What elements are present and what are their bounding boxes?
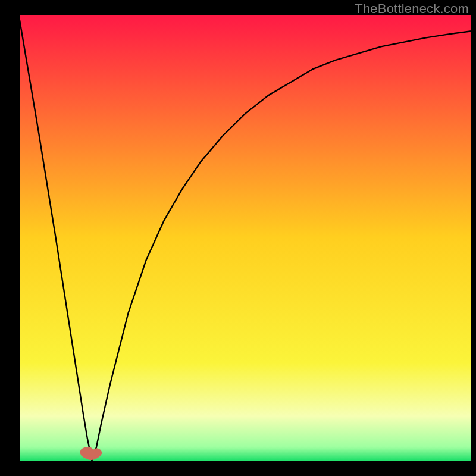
svg-rect-1: [20, 15, 471, 461]
bottleneck-chart: [0, 0, 476, 476]
chart-frame: TheBottleneck.com: [0, 0, 476, 476]
watermark-text: TheBottleneck.com: [355, 1, 469, 17]
